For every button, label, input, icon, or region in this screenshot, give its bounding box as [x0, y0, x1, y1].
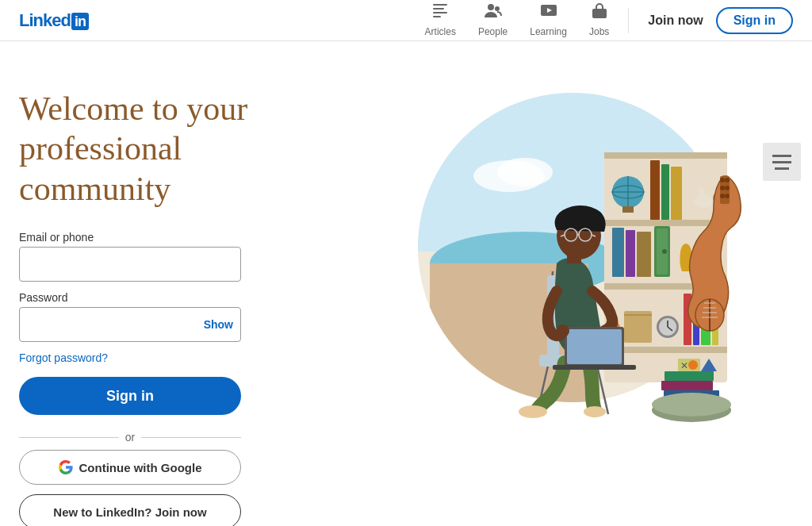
header: Linkedin Articles People [0, 0, 812, 41]
svg-point-83 [557, 324, 569, 337]
headline-line2: professional community [19, 130, 182, 206]
nav-articles-label: Articles [425, 26, 456, 37]
svg-point-69 [688, 360, 698, 370]
svg-rect-0 [433, 4, 447, 6]
articles-icon [431, 2, 450, 25]
illustration-area: ✕ [336, 73, 793, 422]
nav-divider [628, 8, 629, 33]
or-divider: or [19, 431, 241, 443]
svg-point-13 [497, 158, 553, 186]
headline-line1: Welcome to your [19, 90, 247, 127]
google-signin-button[interactable]: Continue with Google [19, 450, 241, 485]
logo-in-box: in [71, 13, 89, 30]
svg-rect-65 [661, 381, 713, 390]
left-section: Welcome to your professional community E… [19, 73, 336, 526]
nav-people[interactable]: People [469, 0, 517, 44]
svg-point-79 [584, 406, 606, 417]
svg-rect-66 [665, 371, 714, 381]
svg-rect-82 [553, 365, 636, 370]
learning-icon [539, 2, 558, 25]
svg-rect-3 [433, 16, 441, 17]
svg-point-60 [720, 186, 725, 190]
svg-point-58 [720, 178, 725, 182]
sign-in-header-button[interactable]: Sign in [716, 7, 793, 34]
headline: Welcome to your professional community [19, 89, 336, 209]
nav-learning-label: Learning [530, 26, 567, 37]
forgot-password-link[interactable]: Forgot password? [19, 351, 336, 364]
email-input[interactable] [19, 247, 241, 282]
svg-rect-35 [637, 232, 651, 277]
svg-point-72 [652, 393, 731, 417]
hamburger-line-1 [772, 155, 791, 157]
google-btn-label: Continue with Google [79, 461, 202, 474]
join-now-button[interactable]: Join now [638, 9, 712, 33]
svg-point-62 [720, 194, 725, 198]
logo-text: Linkedin [19, 10, 89, 31]
linkedin-logo[interactable]: Linkedin [19, 10, 89, 31]
svg-rect-81 [567, 329, 622, 364]
svg-point-63 [725, 194, 730, 198]
svg-rect-41 [624, 311, 652, 343]
main-nav: Articles People Learning [416, 0, 793, 44]
google-icon [59, 460, 73, 474]
divider-line-right [141, 437, 241, 438]
svg-rect-33 [612, 228, 624, 277]
svg-rect-17 [604, 152, 727, 159]
svg-rect-25 [622, 206, 634, 213]
svg-rect-34 [626, 230, 635, 277]
nav-jobs-label: Jobs [589, 26, 609, 37]
email-group: Email or phone [19, 231, 336, 282]
svg-point-78 [519, 405, 547, 418]
hamburger-line-3 [775, 167, 789, 170]
main-section: Welcome to your professional community E… [0, 41, 812, 526]
svg-point-4 [488, 4, 494, 10]
svg-point-5 [495, 6, 500, 11]
svg-point-38 [662, 249, 667, 254]
sign-in-button[interactable]: Sign in [19, 377, 241, 415]
hero-illustration: ✕ [366, 81, 763, 422]
people-icon [484, 2, 503, 25]
nav-people-label: People [478, 26, 508, 37]
svg-rect-26 [650, 160, 660, 220]
svg-point-59 [725, 178, 730, 182]
nav-learning[interactable]: Learning [520, 0, 576, 44]
svg-rect-1 [433, 8, 444, 10]
nav-jobs[interactable]: Jobs [580, 0, 619, 44]
svg-rect-8 [592, 9, 607, 18]
svg-rect-28 [671, 167, 682, 220]
email-label: Email or phone [19, 231, 336, 244]
password-group: Password Show [19, 291, 336, 342]
nav-articles[interactable]: Articles [416, 0, 465, 44]
show-password-button[interactable]: Show [204, 318, 233, 331]
svg-text:✕: ✕ [680, 360, 688, 371]
svg-point-61 [725, 186, 730, 190]
hamburger-line-2 [772, 161, 791, 163]
svg-rect-2 [433, 12, 447, 13]
or-text: or [125, 431, 135, 443]
jobs-icon [590, 2, 609, 25]
password-container: Show [19, 307, 241, 342]
hamburger-button[interactable] [763, 143, 801, 181]
password-label: Password [19, 291, 336, 304]
svg-rect-27 [661, 164, 669, 220]
divider-line-left [19, 437, 119, 438]
join-linkedin-button[interactable]: New to LinkedIn? Join now [19, 494, 241, 526]
